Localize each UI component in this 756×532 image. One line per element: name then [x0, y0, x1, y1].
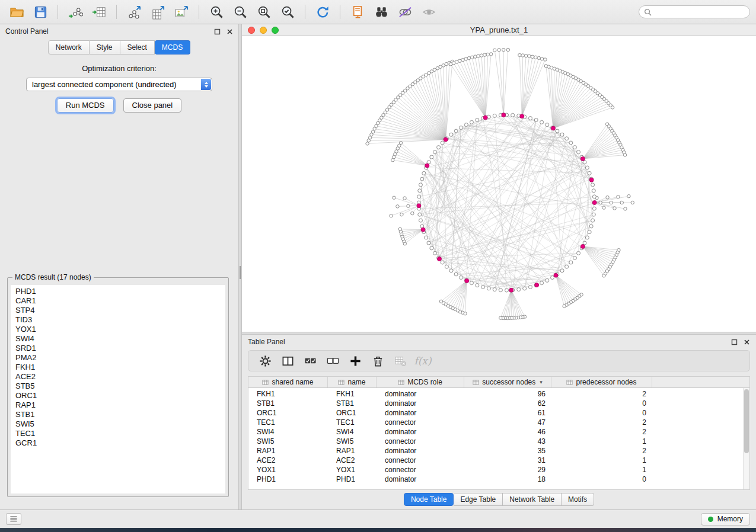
table-row[interactable]: STB1STB1dominator620 — [248, 399, 749, 408]
cell-successor-nodes: 43 — [464, 437, 551, 446]
table-row[interactable]: FKH1FKH1dominator962 — [248, 389, 749, 399]
export-network-button[interactable] — [123, 2, 145, 21]
close-panel-button[interactable] — [226, 28, 233, 35]
export-table-button[interactable] — [147, 2, 168, 21]
tab-motifs[interactable]: Motifs — [562, 493, 594, 506]
zoom-selected-button[interactable] — [277, 2, 298, 21]
mcds-result-item[interactable]: STB5 — [15, 382, 225, 391]
table-row[interactable]: ORC1ORC1dominator610 — [248, 408, 749, 418]
column-header-name[interactable]: name — [328, 377, 377, 387]
control-panel-tabs: NetworkStyleSelectMCDS — [0, 40, 238, 55]
cell-predecessor-nodes: 1 — [551, 437, 652, 446]
run-mcds-button[interactable]: Run MCDS — [57, 98, 114, 113]
mcds-result-item[interactable]: TID3 — [15, 315, 225, 325]
graphics-details-button[interactable] — [394, 2, 416, 21]
close-table-panel-button[interactable] — [743, 338, 750, 345]
toolbar-separator — [116, 5, 117, 19]
columns-button[interactable] — [278, 352, 297, 370]
add-button[interactable] — [346, 352, 365, 370]
mcds-result-item[interactable]: RAP1 — [15, 400, 225, 410]
mcds-result-item[interactable]: TEC1 — [15, 429, 225, 438]
table-row[interactable]: RAP1RAP1dominator352 — [248, 446, 749, 456]
eye-button[interactable] — [418, 2, 439, 21]
save-button[interactable] — [30, 2, 51, 21]
mcds-result-item[interactable]: ORC1 — [15, 391, 225, 400]
control-panel: Control Panel NetworkStyleSelectMCDS Opt… — [0, 24, 238, 509]
table-row[interactable]: SWI4SWI4dominator462 — [248, 427, 749, 437]
mcds-result-item[interactable]: CAR1 — [15, 296, 225, 306]
close-window-button[interactable] — [248, 27, 255, 34]
mcds-result-item[interactable]: PMA2 — [15, 353, 225, 363]
zoom-fit-icon — [257, 5, 272, 20]
open-folder-button[interactable] — [6, 2, 27, 21]
cell-predecessor-nodes: 2 — [551, 390, 652, 398]
table-row[interactable]: SWI5SWI5connector431 — [248, 437, 749, 446]
cell-name: YOX1 — [328, 466, 377, 474]
table-row[interactable]: PHD1PHD1dominator180 — [248, 475, 749, 484]
gear-button[interactable] — [256, 352, 275, 370]
mcds-result-item[interactable]: GCR1 — [15, 438, 225, 448]
import-network-button[interactable] — [65, 2, 86, 21]
mcds-result-item[interactable]: PHD1 — [15, 287, 225, 296]
refresh-icon — [315, 5, 330, 20]
app-window: Control Panel NetworkStyleSelectMCDS Opt… — [0, 0, 756, 528]
tab-node-table[interactable]: Node Table — [404, 493, 454, 506]
export-image-button[interactable] — [171, 2, 192, 21]
column-header-mcds-role[interactable]: MCDS role — [377, 377, 464, 387]
cell-name: RAP1 — [328, 447, 377, 455]
cell-predecessor-nodes: 1 — [551, 466, 652, 474]
table-row[interactable]: YOX1YOX1connector291 — [248, 465, 749, 475]
table-row[interactable]: TEC1TEC1connector472 — [248, 418, 749, 427]
criterion-selected-value: largest connected component (undirected) — [32, 80, 190, 89]
find-button[interactable] — [371, 2, 392, 21]
table-row[interactable]: ACE2ACE2connector311 — [248, 456, 749, 465]
tab-select[interactable]: Select — [120, 40, 155, 55]
trash-button[interactable] — [368, 352, 387, 370]
mcds-result-item[interactable]: ACE2 — [15, 372, 225, 382]
columns-icon — [282, 355, 294, 367]
minimize-window-button[interactable] — [260, 27, 267, 34]
cell-shared-name: YOX1 — [248, 466, 328, 474]
tab-style[interactable]: Style — [90, 40, 120, 55]
tab-network[interactable]: Network — [48, 40, 90, 55]
mcds-result-item[interactable]: SWI4 — [15, 334, 225, 344]
zoom-in-button[interactable] — [206, 2, 227, 21]
cell-successor-nodes: 18 — [464, 475, 551, 483]
table-scrollbar-thumb[interactable] — [744, 389, 749, 453]
mcds-result-item[interactable]: FKH1 — [15, 363, 225, 372]
tab-edge-table[interactable]: Edge Table — [454, 493, 503, 506]
zoom-window-button[interactable] — [272, 27, 279, 34]
select-all-button[interactable] — [301, 352, 320, 370]
column-icon — [338, 379, 344, 386]
table-disabled-icon — [394, 355, 407, 367]
clone-network-button[interactable] — [347, 2, 368, 21]
tab-mcds[interactable]: MCDS — [155, 40, 190, 55]
criterion-select[interactable]: largest connected component (undirected) — [26, 78, 212, 91]
memory-button[interactable]: Memory — [701, 513, 750, 525]
float-table-panel-button[interactable] — [731, 338, 738, 345]
import-table-button[interactable] — [88, 2, 110, 21]
panel-selector-button[interactable] — [6, 513, 21, 525]
zoom-fit-button[interactable] — [253, 2, 275, 21]
column-header-shared-name[interactable]: shared name — [248, 377, 328, 387]
float-panel-button[interactable] — [213, 28, 221, 35]
close-mcds-panel-button[interactable]: Close panel — [123, 98, 182, 113]
column-header-predecessor-nodes[interactable]: predecessor nodes — [551, 377, 652, 387]
deselect-all-button[interactable] — [323, 352, 342, 370]
mcds-result-item[interactable]: STP4 — [15, 306, 225, 315]
zoom-in-icon — [209, 5, 224, 20]
search-input[interactable] — [655, 8, 745, 16]
refresh-button[interactable] — [312, 2, 333, 21]
mcds-result-item[interactable]: SRD1 — [15, 344, 225, 353]
import-table-icon — [92, 5, 107, 20]
table-scrollbar[interactable] — [743, 388, 749, 489]
network-canvas[interactable] — [242, 36, 756, 332]
column-header-successor-nodes[interactable]: successor nodes▾ — [464, 377, 551, 387]
mcds-result-item[interactable]: YOX1 — [15, 325, 225, 334]
cell-mcds-role: dominator — [377, 409, 464, 417]
column-menu-icon[interactable]: ▾ — [540, 379, 543, 385]
mcds-result-item[interactable]: STB1 — [15, 410, 225, 419]
zoom-out-button[interactable] — [229, 2, 251, 21]
tab-network-table[interactable]: Network Table — [503, 493, 562, 506]
mcds-result-item[interactable]: SWI5 — [15, 419, 225, 429]
